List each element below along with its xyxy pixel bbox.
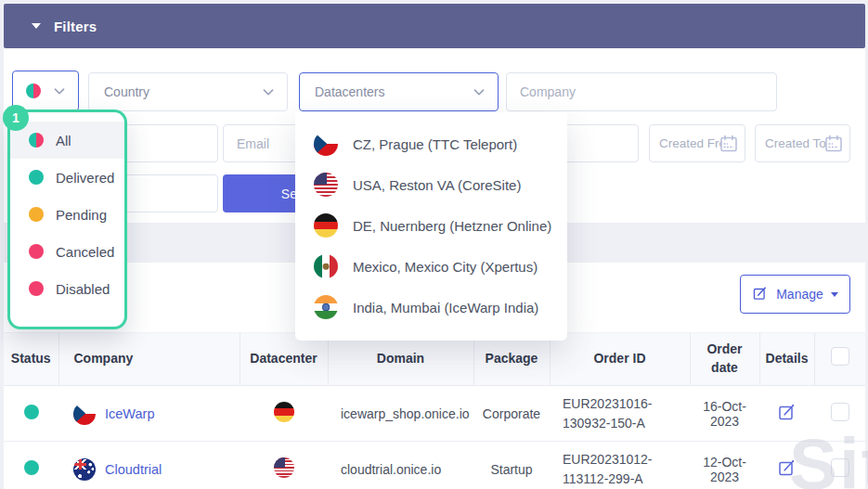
calendar-icon	[823, 133, 845, 155]
datacenters-dropdown: CZ, Prague (TTC Teleport)USA, Reston VA …	[295, 112, 567, 341]
teal-dot-icon	[24, 460, 39, 475]
calendar-icon	[718, 133, 740, 155]
chevron-down-icon	[259, 83, 278, 101]
domain-cell: icewarp_shop.onice.io	[328, 386, 473, 442]
status-option-label: Pending	[56, 207, 107, 223]
caret-down-icon	[831, 292, 838, 297]
status-option-label: All	[56, 133, 71, 148]
order-date-cell: 16-Oct-2023	[690, 386, 759, 442]
datacenter-option-label: India, Mumbai (IceWarp India)	[353, 300, 538, 315]
pink-dot-icon	[29, 281, 44, 296]
status-option-canceled[interactable]: Canceled	[10, 233, 124, 270]
status-option-delivered[interactable]: Delivered	[10, 159, 124, 196]
flag-au-icon	[73, 458, 96, 481]
created-from-placeholder: Created Fro	[659, 136, 726, 150]
flag-de-icon	[274, 402, 294, 422]
order-date-cell: 12-Oct-2023	[690, 442, 759, 489]
flag-us-icon	[274, 457, 294, 478]
country-select[interactable]: Country	[88, 72, 288, 111]
edit-icon	[777, 457, 797, 478]
select-cell	[814, 386, 865, 442]
company-link[interactable]: Cloudtrial	[105, 462, 162, 477]
column-header-domain: Domain	[328, 333, 473, 386]
domain-cell: cloudtrial.onice.io	[328, 442, 473, 489]
company-cell-content: IceWarp	[58, 403, 240, 425]
datacenter-option-us[interactable]: USA, Reston VA (CoreSite)	[295, 164, 567, 205]
teal-dot-icon	[29, 170, 44, 185]
row-checkbox[interactable]	[831, 458, 849, 477]
flag-us-icon	[314, 173, 338, 197]
company-cell-content: Cloudtrial	[58, 458, 240, 481]
teal-dot-icon	[24, 405, 39, 419]
select-all-checkbox[interactable]	[831, 347, 849, 366]
filters-header-bar[interactable]: Filters	[4, 4, 865, 48]
table-header-row: StatusCompanyDatacenterDomainPackageOrde…	[4, 333, 865, 386]
column-header-datacenter: Datacenter	[240, 333, 328, 386]
status-option-label: Delivered	[56, 170, 114, 186]
datacenters-select-label: Datacenters	[315, 84, 384, 99]
edit-icon	[777, 402, 797, 422]
pink-dot-icon	[29, 244, 44, 259]
status-filter-select[interactable]	[12, 71, 79, 111]
datacenter-option-in[interactable]: India, Mumbai (IceWarp India)	[295, 287, 567, 328]
split-dot-icon	[29, 133, 44, 148]
status-cell	[4, 386, 58, 442]
page: Filters Country Datacenters Created Fro …	[0, 0, 868, 489]
company-cell: Cloudtrial	[58, 442, 240, 489]
status-dropdown: 1 AllDeliveredPendingCanceledDisabled	[7, 109, 127, 329]
details-cell	[759, 442, 814, 489]
details-edit-button[interactable]	[777, 457, 797, 478]
manage-button[interactable]: Manage	[740, 275, 850, 314]
chevron-down-icon	[470, 83, 488, 101]
flag-cz-icon	[73, 403, 96, 425]
datacenter-option-mx[interactable]: Mexico, Mexico City (Xpertus)	[295, 246, 567, 287]
created-to-input[interactable]: Created To	[755, 124, 850, 162]
datacenter-option-de[interactable]: DE, Nuernberg (Hetzner Online)	[295, 205, 567, 246]
column-header-company: Company	[58, 333, 240, 386]
selected-count-badge: 1	[3, 105, 29, 131]
created-from-input[interactable]: Created Fro	[649, 124, 745, 162]
status-option-disabled[interactable]: Disabled	[10, 270, 124, 307]
datacenter-option-label: Mexico, Mexico City (Xpertus)	[353, 259, 538, 275]
orange-dot-icon	[29, 207, 44, 222]
filters-title: Filters	[54, 19, 97, 34]
column-header-order-id: Order ID	[550, 333, 690, 386]
collapse-caret-icon	[32, 23, 41, 29]
country-select-label: Country	[104, 84, 149, 99]
datacenter-cell	[240, 442, 328, 489]
row-checkbox[interactable]	[831, 403, 849, 421]
details-edit-button[interactable]	[777, 402, 797, 422]
datacenter-option-label: USA, Reston VA (CoreSite)	[353, 177, 521, 193]
details-cell	[759, 386, 814, 442]
status-option-pending[interactable]: Pending	[10, 196, 124, 233]
datacenter-cell	[240, 386, 328, 442]
company-input[interactable]	[506, 72, 777, 111]
datacenter-option-label: CZ, Prague (TTC Teleport)	[353, 136, 517, 152]
table-row: Cloudtrialcloudtrial.onice.ioStartupEUR2…	[4, 442, 865, 489]
status-cell	[4, 442, 58, 489]
column-header-package: Package	[473, 333, 550, 386]
flag-de-icon	[314, 213, 338, 238]
flag-cz-icon	[314, 132, 338, 156]
order-id-cell: EUR20231016-130932-150-A	[550, 386, 690, 442]
select-cell	[814, 442, 865, 489]
column-header-status: Status	[4, 333, 58, 386]
flag-in-icon	[314, 295, 338, 319]
order-id-cell: EUR20231012-113112-299-A	[550, 442, 690, 489]
orders-table: StatusCompanyDatacenterDomainPackageOrde…	[4, 332, 865, 489]
package-cell: Corporate	[473, 386, 550, 442]
status-split-dot-icon	[26, 84, 41, 98]
flag-mx-icon	[314, 254, 338, 278]
created-to-placeholder: Created To	[765, 136, 826, 150]
chevron-down-icon	[50, 82, 69, 100]
column-header-details: Details	[759, 333, 814, 386]
company-link[interactable]: IceWarp	[105, 406, 154, 421]
status-option-label: Canceled	[56, 244, 114, 260]
edit-icon	[752, 285, 769, 304]
datacenter-option-cz[interactable]: CZ, Prague (TTC Teleport)	[295, 123, 567, 164]
package-cell: Startup	[473, 442, 550, 489]
datacenters-select[interactable]: Datacenters	[299, 72, 499, 111]
column-header-select	[814, 333, 865, 386]
manage-button-label: Manage	[776, 287, 823, 302]
status-option-all[interactable]: All	[10, 122, 124, 159]
